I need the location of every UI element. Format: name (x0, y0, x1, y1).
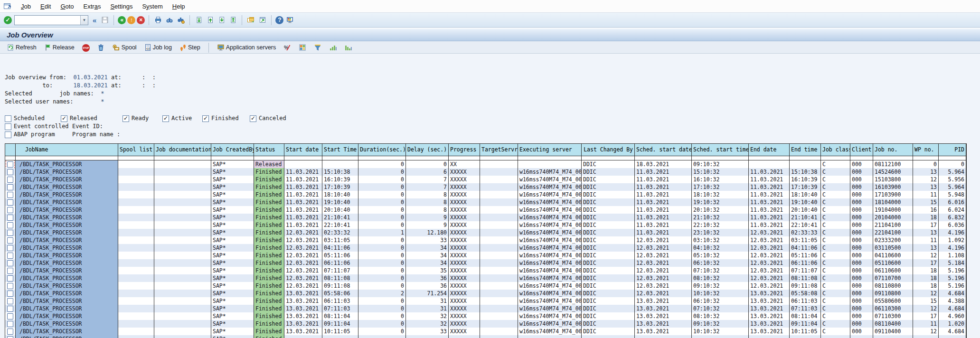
cell-endtime[interactable] (790, 160, 821, 168)
cell-wpno[interactable]: 13 (913, 183, 939, 191)
cell-status[interactable]: Finished (254, 267, 284, 274)
checkbox-ready[interactable]: Ready (122, 114, 162, 122)
cell-jobclass[interactable]: C (821, 312, 850, 320)
cell-jobname[interactable]: /BDL/TASK_PROCESSOR (16, 320, 118, 328)
column-header-delay[interactable]: Delay (sec.) (406, 144, 449, 156)
cell-schedtime[interactable]: 09:10:32 (692, 160, 749, 168)
row-checkbox[interactable] (7, 329, 13, 335)
cell-spool[interactable] (118, 206, 154, 214)
column-header-jobname[interactable]: JobName (16, 144, 118, 156)
cell-createdby[interactable]: SAP* (211, 312, 254, 320)
cell-scheddate[interactable]: 11.03.2021 (635, 191, 692, 198)
cell-duration[interactable]: 1 (358, 229, 406, 236)
cell-startdate[interactable]: 13.03.2021 (284, 290, 322, 297)
cell-wpno[interactable]: 18 (913, 282, 939, 290)
cell-target[interactable] (480, 160, 518, 168)
cell-server[interactable]: w16mss740M74_M74_00 (518, 274, 582, 282)
table-row[interactable]: /BDL/TASK_PROCESSORSAP*Finished11.03.202… (5, 176, 966, 183)
cell-jobdoc[interactable] (154, 236, 211, 244)
cell-starttime[interactable]: 10:11:05 (322, 328, 358, 335)
table-row[interactable]: /BDL/TASK_PROCESSORSAP*Finished13.03.202… (5, 312, 966, 320)
cell-scheddate[interactable]: 12.03.2021 (635, 236, 692, 244)
menu-item-extras[interactable]: Extras (79, 1, 106, 11)
cell-endtime[interactable]: 08:11:08 (790, 274, 821, 282)
cell-duration[interactable]: 0 (358, 282, 406, 290)
cell-scheddate[interactable]: 12.03.2021 (635, 274, 692, 282)
column-header-wpno[interactable]: WP no. (913, 144, 939, 156)
cell-jobno[interactable]: 09110800 (873, 290, 913, 297)
cell-wpno[interactable]: 11 (913, 191, 939, 198)
cell-jobno[interactable]: 19104000 (873, 206, 913, 214)
cell-jobclass[interactable]: C (821, 191, 850, 198)
menu-item-system[interactable]: System (137, 1, 167, 11)
cell-jobclass[interactable]: C (821, 252, 850, 259)
row-select-cell[interactable] (5, 183, 16, 191)
cell-jobname[interactable]: /BDL/TASK_PROCESSOR (16, 312, 118, 320)
canceled-checkbox[interactable] (250, 115, 256, 122)
cell-jobdoc[interactable] (154, 229, 211, 236)
cell-target[interactable] (480, 176, 518, 183)
abap-program-checkbox[interactable] (5, 131, 11, 138)
cell-createdby[interactable]: SAP* (211, 267, 254, 274)
cell-pid[interactable]: 5.196 (939, 282, 966, 290)
cell-jobdoc[interactable] (154, 183, 211, 191)
cell-endtime[interactable]: 21:10:41 (790, 214, 821, 221)
cell-starttime[interactable]: 08:11:08 (322, 274, 358, 282)
cell-scheddate[interactable]: 12.03.2021 (635, 282, 692, 290)
cell-jobname[interactable]: /BDL/TASK_PROCESSOR (16, 328, 118, 335)
delete-button[interactable] (95, 43, 106, 52)
row-select-cell[interactable] (5, 282, 16, 290)
cell-progress[interactable] (449, 335, 480, 338)
cell-status[interactable]: Finished (254, 252, 284, 259)
table-row[interactable]: /BDL/TASK_PROCESSORSAP*Finished13.03.202… (5, 297, 966, 305)
row-select-cell[interactable] (5, 160, 16, 168)
checkbox-canceled[interactable]: Canceled (250, 114, 295, 122)
cell-createdby[interactable]: SAP* (211, 297, 254, 305)
select-all-header-cell[interactable] (5, 144, 16, 156)
cell-createdby[interactable]: SAP* (211, 282, 254, 290)
cell-wpno[interactable]: 18 (913, 267, 939, 274)
cell-client[interactable] (850, 335, 873, 338)
cell-progress[interactable]: XXXXX (449, 176, 480, 183)
column-header-changedby[interactable]: Last Changed By (582, 144, 635, 156)
cell-pid[interactable]: 5.196 (939, 267, 966, 274)
cell-enddate[interactable]: 11.03.2021 (749, 206, 790, 214)
cell-starttime[interactable] (322, 335, 358, 338)
create-shortcut-icon[interactable] (257, 15, 267, 25)
cell-status[interactable]: Finished (254, 305, 284, 312)
cell-client[interactable]: 000 (850, 244, 873, 252)
cell-schedtime[interactable]: 15:10:32 (692, 168, 749, 176)
cell-scheddate[interactable]: 11.03.2021 (635, 183, 692, 191)
cell-jobclass[interactable]: C (821, 236, 850, 244)
cell-delay[interactable]: 33 (406, 328, 449, 335)
cell-pid[interactable]: 4.196 (939, 244, 966, 252)
row-checkbox[interactable] (7, 237, 13, 244)
cell-pid[interactable]: 4.684 (939, 290, 966, 297)
cell-pid[interactable]: 5.184 (939, 259, 966, 267)
column-header-createdby[interactable]: Job CreatedBy (211, 144, 254, 156)
cell-delay[interactable]: 6 (406, 168, 449, 176)
cell-wpno[interactable]: 13 (913, 244, 939, 252)
cell-delay[interactable]: 71.254 (406, 290, 449, 297)
cell-pid[interactable]: 4.388 (939, 297, 966, 305)
cell-wpno[interactable]: 12 (913, 252, 939, 259)
find-icon[interactable] (164, 15, 174, 25)
cell-server[interactable]: w16mss740M74_M74_00 (518, 328, 582, 335)
row-checkbox[interactable] (7, 199, 13, 206)
cell-jobdoc[interactable] (154, 297, 211, 305)
cell-changedby[interactable]: DDIC (582, 236, 635, 244)
row-select-cell[interactable] (5, 252, 16, 259)
cell-startdate[interactable]: 12.03.2021 (284, 267, 322, 274)
cell-starttime[interactable]: 15:10:38 (322, 168, 358, 176)
cell-enddate[interactable]: 11.03.2021 (749, 221, 790, 229)
cell-duration[interactable]: 0 (358, 198, 406, 206)
cell-jobclass[interactable]: C (821, 206, 850, 214)
cell-server[interactable]: w16mss740M74_M74_00 (518, 282, 582, 290)
cell-spool[interactable] (118, 214, 154, 221)
row-checkbox[interactable] (7, 298, 13, 304)
cell-duration[interactable]: 0 (358, 312, 406, 320)
column-header-startdate[interactable]: Start date (284, 144, 322, 156)
cell-jobdoc[interactable] (154, 320, 211, 328)
cell-createdby[interactable]: SAP* (211, 320, 254, 328)
cell-server[interactable]: w16mss740M74_M74_00 (518, 191, 582, 198)
